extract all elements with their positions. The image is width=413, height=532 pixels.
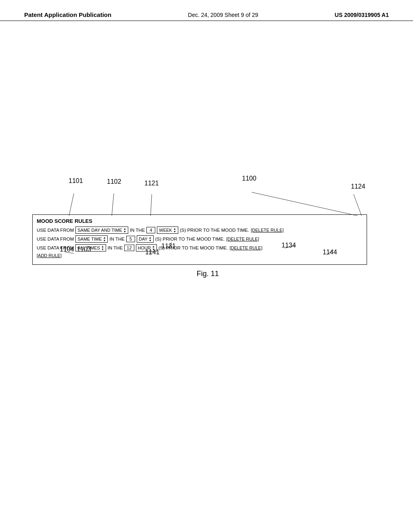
row1-dropdown2[interactable]: WEEK ▲▼ [157, 227, 178, 234]
main-content: 1100 1101 1102 1121 1124 [0, 21, 413, 529]
row2-suffix: (S) PRIOR TO THE MOOD TIME. [155, 237, 225, 241]
publication-label: Patent Application Publication [24, 11, 111, 18]
row1-inthe: IN THE [130, 228, 145, 233]
ref-1134: 1134 [282, 242, 296, 249]
svg-line-2 [112, 193, 114, 216]
figure-container: 1100 1101 1102 1121 1124 [32, 190, 383, 278]
row1-spinner2[interactable]: ▲▼ [173, 227, 176, 233]
page-header: Patent Application Publication Dec. 24, … [0, 0, 413, 21]
ref-1121: 1121 [144, 180, 159, 187]
row2-delete-rule[interactable]: [DELETE RULE] [226, 237, 259, 241]
add-rule-link[interactable]: [ADD RULE] [37, 253, 62, 258]
ref-1141: 1141 [145, 249, 160, 256]
row2-number[interactable]: 5 [126, 236, 135, 242]
rule-row-1: USE DATA FROM SAME DAY AND TIME ▲▼ IN TH… [37, 227, 363, 234]
row1-number[interactable]: 4 [146, 227, 155, 233]
ref-1100: 1100 [242, 175, 257, 182]
ref-1144: 1144 [323, 249, 337, 256]
ref-1103: 1103 [77, 246, 91, 253]
figure-label: Fig. 11 [32, 270, 383, 278]
row2-prefix: USE DATA FROM [37, 237, 74, 241]
row1-spinner1[interactable]: ▲▼ [123, 227, 126, 233]
row1-dropdown1[interactable]: SAME DAY AND TIME ▲▼ [75, 227, 128, 234]
ref-1131: 1131 [161, 243, 176, 250]
ref-1102: 1102 [107, 178, 121, 185]
add-rule-row: [ADD RULE] [37, 253, 363, 258]
ref-1104: 1104 [60, 246, 74, 253]
row3-number[interactable]: 12 [124, 245, 134, 251]
ref-1101: 1101 [69, 177, 83, 185]
ref-1124: 1124 [351, 183, 365, 190]
diagram-box: MOOD SCORE RULES USE DATA FROM SAME DAY … [32, 214, 367, 265]
row1-suffix: (S) PRIOR TO THE MOOD TIME. [180, 228, 249, 233]
row1-prefix: USE DATA FROM [37, 228, 74, 233]
svg-line-1 [69, 193, 74, 216]
row3-delete-rule[interactable]: [DELETE RULE] [229, 245, 262, 250]
row3-spinner1[interactable]: ▲▼ [101, 245, 104, 251]
rule-row-2: USE DATA FROM SAME TIME ▲▼ IN THE 5 DAY … [37, 235, 363, 243]
diagram-title: MOOD SCORE RULES [37, 218, 363, 224]
patent-number-label: US 2009/0319905 A1 [335, 12, 389, 18]
row2-dropdown1[interactable]: SAME TIME ▲▼ [75, 235, 108, 243]
row2-inthe: IN THE [109, 237, 125, 241]
row2-spinner2[interactable]: ▲▼ [149, 236, 152, 242]
svg-line-0 [252, 192, 358, 216]
svg-line-3 [150, 194, 152, 216]
date-sheet-label: Dec. 24, 2009 Sheet 9 of 29 [188, 12, 258, 18]
row1-delete-rule[interactable]: [DELETE RULE] [251, 228, 284, 233]
row3-inthe: IN THE [108, 245, 123, 250]
row2-spinner1[interactable]: ▲▼ [103, 236, 106, 242]
row2-dropdown2[interactable]: DAY ▲▼ [137, 235, 154, 243]
svg-line-4 [354, 194, 362, 216]
